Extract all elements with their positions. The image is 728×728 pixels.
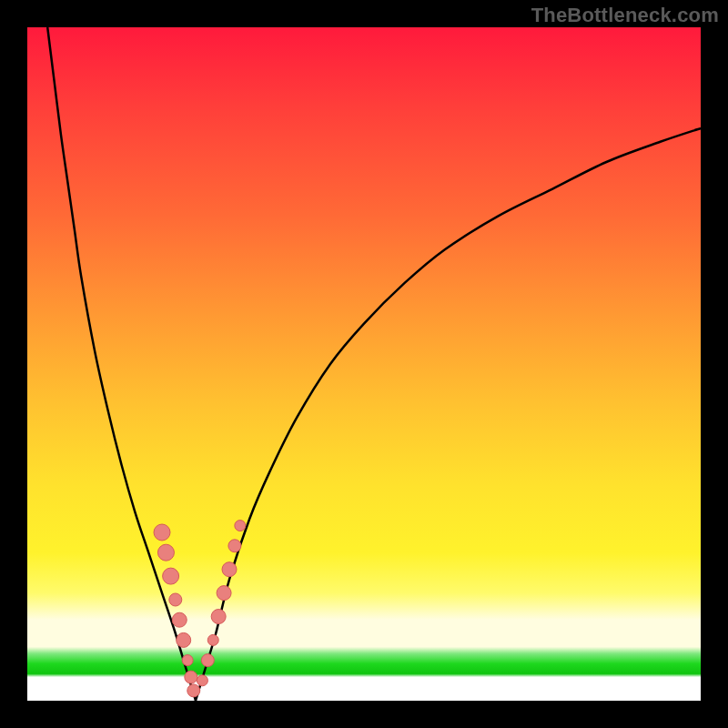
- marker-dot: [228, 540, 241, 552]
- marker-dot: [222, 562, 237, 577]
- marker-dot: [207, 634, 218, 645]
- marker-dot: [235, 521, 246, 531]
- bottleneck-curve: [27, 27, 701, 701]
- marker-dot: [163, 568, 179, 584]
- marker-dot: [211, 610, 226, 624]
- marker-dot: [182, 655, 193, 666]
- marker-dot: [154, 524, 170, 541]
- marker-dot: [169, 593, 182, 606]
- marker-dot: [177, 632, 191, 647]
- chart-frame: TheBottleneck.com: [0, 0, 728, 728]
- marker-dot: [187, 684, 200, 697]
- marker-dot: [201, 654, 214, 667]
- marker-dot: [185, 671, 197, 683]
- marker-dot: [217, 586, 231, 601]
- branding-watermark: TheBottleneck.com: [531, 4, 719, 27]
- curve-right-branch: [196, 128, 701, 701]
- marker-dot: [172, 612, 187, 627]
- marker-dot: [197, 675, 207, 686]
- marker-dot: [157, 544, 174, 561]
